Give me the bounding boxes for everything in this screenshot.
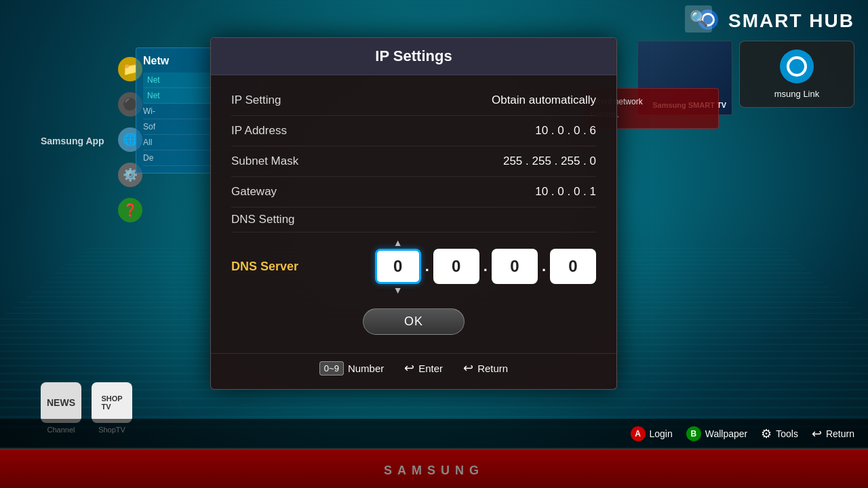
ip-settings-modal: IP Settings IP Setting Obtain automatica…	[210, 37, 617, 390]
dns-setting-label: DNS Setting	[231, 213, 295, 226]
ip-setting-label: IP Setting	[231, 94, 281, 107]
dns-input-3[interactable]: 0	[492, 249, 538, 284]
ip-setting-row: IP Setting Obtain automatically	[231, 85, 596, 116]
taskbar-wallpaper[interactable]: B Wallpaper	[686, 426, 748, 441]
smart-hub-title: SMART HUB	[728, 10, 854, 31]
taskbar-tools[interactable]: ⚙ Tools	[761, 426, 798, 441]
samsung-link-card[interactable]: msung Link	[739, 41, 854, 108]
dns-arrow-down-1[interactable]: ▼	[393, 285, 403, 295]
subnet-mask-row: Subnet Mask 255 . 255 . 255 . 0	[231, 146, 596, 177]
tools-icon: ⚙	[761, 426, 772, 441]
dns-server-row: DNS Server ▲ 0 ▼ . 0 . 0 .	[231, 232, 596, 300]
gateway-row: Gateway 10 . 0 . 0 . 1	[231, 177, 596, 207]
dns-input-2[interactable]: 0	[433, 249, 479, 284]
dns-box-container-3: 0	[492, 249, 538, 284]
hint-enter: ↩ Enter	[404, 361, 443, 375]
ok-button[interactable]: OK	[363, 308, 465, 335]
shoptv-icon: SHOPTV	[92, 382, 132, 423]
modal-body: IP Setting Obtain automatically IP Addre…	[211, 75, 616, 345]
dns-server-label: DNS Server	[231, 260, 298, 274]
enter-icon: ↩	[404, 361, 414, 375]
number-badge: 0~9	[319, 361, 344, 375]
dns-setting-row: DNS Setting	[231, 207, 596, 232]
samsung-brand-label: SAMSUNG	[384, 464, 484, 478]
samsung-link-label: msung Link	[748, 89, 846, 99]
hint-return: ↩ Return	[463, 361, 508, 375]
subnet-mask-label: Subnet Mask	[231, 155, 298, 168]
hint-number: 0~9 Number	[319, 361, 384, 375]
taskbar-return[interactable]: ↩ Return	[812, 426, 854, 441]
ip-setting-value: Obtain automatically	[492, 94, 596, 107]
samsung-link-icon	[780, 49, 814, 83]
taskbar: A Login B Wallpaper ⚙ Tools ↩ Return	[0, 419, 868, 449]
enter-label: Enter	[418, 363, 443, 374]
dns-input-row: ▲ 0 ▼ . 0 . 0 . 0	[375, 238, 596, 295]
taskbar-return-icon: ↩	[812, 426, 822, 441]
dns-box-container-2: 0	[433, 249, 479, 284]
news-icon: NEWS	[41, 382, 81, 423]
dns-input-4[interactable]: 0	[550, 249, 596, 284]
dns-sep-1: .	[425, 258, 429, 275]
ip-address-value: 10 . 0 . 0 . 6	[535, 124, 596, 138]
subnet-mask-value: 255 . 255 . 255 . 0	[503, 155, 596, 168]
tools-label: Tools	[776, 428, 798, 439]
modal-hints: 0~9 Number ↩ Enter ↩ Return	[211, 353, 616, 375]
number-label: Number	[348, 363, 384, 374]
return-label: Return	[477, 363, 508, 374]
wallpaper-label: Wallpaper	[705, 428, 748, 439]
ip-address-label: IP Address	[231, 124, 287, 138]
login-label: Login	[650, 428, 673, 439]
help-icon: ❓	[118, 198, 142, 222]
tv-frame: SAMSUNG	[0, 447, 868, 488]
dns-box-container-4: 0	[550, 249, 596, 284]
ip-address-row: IP Address 10 . 0 . 0 . 6	[231, 116, 596, 146]
return-icon: ↩	[463, 361, 473, 375]
btn-b-icon: B	[686, 426, 701, 441]
dns-sep-3: .	[542, 258, 546, 275]
modal-title: IP Settings	[224, 47, 603, 65]
dns-sep-2: .	[484, 258, 488, 275]
gateway-value: 10 . 0 . 0 . 1	[535, 185, 596, 199]
btn-a-icon: A	[631, 426, 646, 441]
icon-item-5[interactable]: ❓	[115, 195, 145, 225]
dns-box-container-1: ▲ 0 ▼	[375, 238, 421, 295]
taskbar-login[interactable]: A Login	[631, 426, 673, 441]
search-button[interactable]: 🔍	[685, 5, 712, 33]
ok-button-container: OK	[231, 308, 596, 335]
gateway-label: Gateway	[231, 185, 277, 199]
modal-title-bar: IP Settings	[211, 38, 616, 75]
return-label: Return	[826, 428, 854, 439]
dns-input-1[interactable]: 0	[375, 249, 421, 284]
samsung-apps-label: Samsung App	[41, 136, 104, 146]
dns-arrow-up-1[interactable]: ▲	[393, 238, 403, 247]
smart-hub-logo: SMART HUB	[698, 7, 854, 32]
